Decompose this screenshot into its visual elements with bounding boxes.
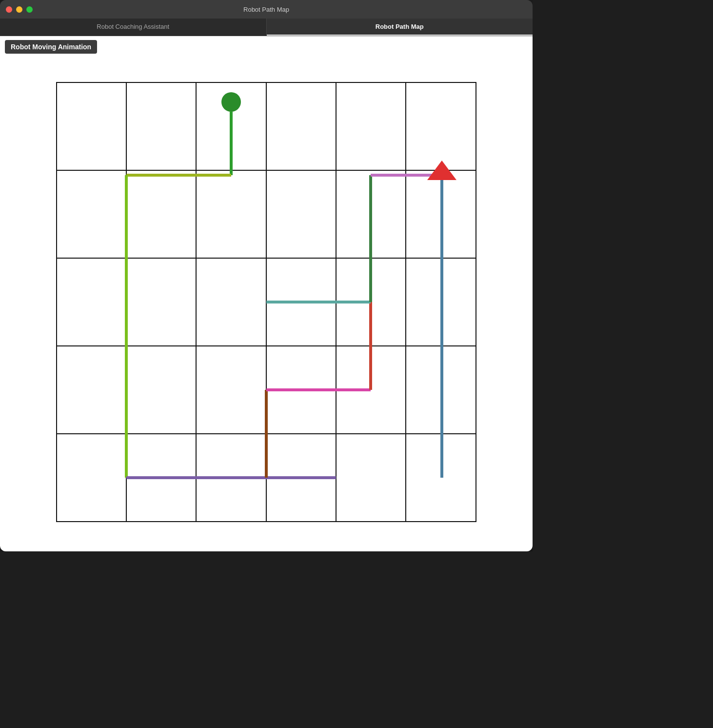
minimize-button[interactable] bbox=[16, 6, 22, 13]
close-button[interactable] bbox=[6, 6, 12, 13]
app-window: Robot Path Map Robot Coaching Assistant … bbox=[0, 0, 533, 551]
tab-coaching[interactable]: Robot Coaching Assistant bbox=[0, 19, 267, 36]
title-bar: Robot Path Map bbox=[0, 0, 533, 19]
path-map-svg bbox=[52, 78, 481, 526]
tab-pathmap[interactable]: Robot Path Map bbox=[267, 19, 533, 36]
window-title: Robot Path Map bbox=[243, 6, 289, 13]
tab-bar: Robot Coaching Assistant Robot Path Map bbox=[0, 19, 533, 36]
map-container bbox=[0, 58, 533, 551]
start-dot bbox=[221, 92, 241, 112]
maximize-button[interactable] bbox=[26, 6, 33, 13]
animation-label: Robot Moving Animation bbox=[5, 40, 97, 54]
content-area: Robot Moving Animation bbox=[0, 36, 533, 551]
traffic-lights bbox=[6, 6, 33, 13]
